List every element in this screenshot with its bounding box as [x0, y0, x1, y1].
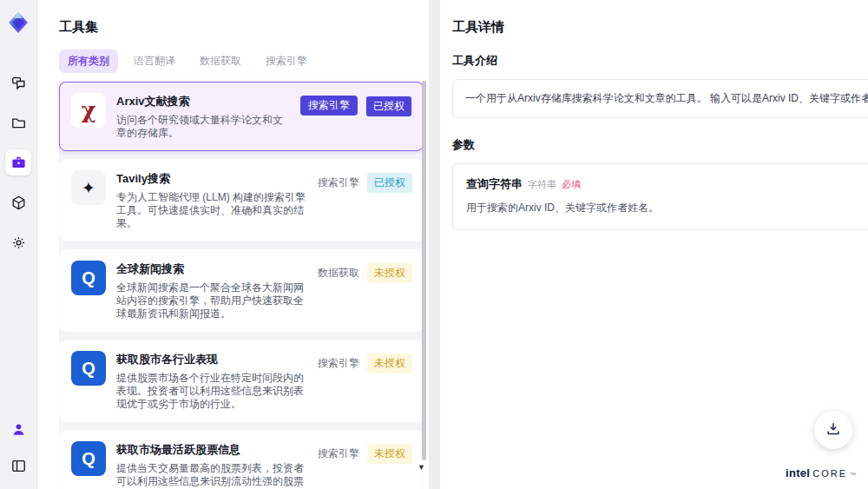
tool-intro-text: 一个用于从Arxiv存储库搜索科学论文和文章的工具。 输入可以是Arxiv ID…: [452, 79, 868, 118]
tool-category-badge: 搜索引擎: [318, 354, 359, 373]
brand-core-text: core: [812, 468, 847, 479]
brand-intel-text: intel: [786, 466, 810, 479]
tavily-star-icon: ✦: [71, 170, 106, 205]
parameter-type: 字符串: [528, 178, 556, 191]
tool-card[interactable]: Q 获取市场最活跃股票信息 提供当天交易量最高的股票列表，投资者可以利用这些信息…: [59, 430, 424, 489]
required-badge: 必填: [562, 178, 581, 191]
tool-name: 获取市场最活跃股票信息: [116, 442, 307, 458]
scroll-down-icon[interactable]: ▼: [418, 463, 425, 472]
tool-card[interactable]: ✦ Tavily搜索 专为人工智能代理 (LLM) 构建的搜索引擎工具。可快速提…: [59, 159, 424, 241]
tool-tags: 搜索引擎 未授权: [318, 441, 412, 489]
tool-description: 提供股票市场各个行业在特定时间段内的表现。投资者可以利用这些信息来识别表现优于或…: [116, 372, 307, 411]
page-title: 工具集: [59, 19, 429, 36]
tool-description: 提供当天交易量最高的股票列表，投资者可以利用这些信息来识别流动性强的股票和潜在的…: [116, 462, 307, 489]
tool-category-badge: 搜索引擎: [318, 444, 359, 464]
category-tab-0[interactable]: 所有类别: [59, 50, 118, 73]
tool-name: Arxiv文献搜索: [116, 94, 290, 109]
tool-tags: 搜索引擎 未授权: [318, 351, 412, 411]
tool-status-badge: 未授权: [367, 444, 412, 464]
tool-status-badge: 已授权: [365, 96, 412, 117]
tool-name: 获取股市各行业表现: [116, 352, 307, 367]
tool-info: 获取股市各行业表现 提供股票市场各个行业在特定时间段内的表现。投资者可以利用这些…: [116, 351, 307, 411]
parameter-description: 用于搜索的Arxiv ID、关键字或作者姓名。: [466, 201, 868, 215]
tool-info: Arxiv文献搜索 访问各个研究领域大量科学论文和文章的存储库。: [116, 93, 290, 140]
tool-description: 专为人工智能代理 (LLM) 构建的搜索引擎工具。可快速提供实时、准确和真实的结…: [116, 191, 307, 230]
tool-category-badge: 数据获取: [318, 263, 359, 283]
gear-icon[interactable]: [5, 229, 31, 255]
tool-tags: 搜索引擎 已授权: [318, 170, 412, 230]
app-logo-icon[interactable]: [6, 10, 30, 35]
tool-category-badge: 搜索引擎: [318, 173, 359, 193]
tool-info: 获取市场最活跃股票信息 提供当天交易量最高的股票列表，投资者可以利用这些信息来识…: [116, 441, 307, 489]
tool-tags: 数据获取 未授权: [318, 261, 412, 320]
tool-info: Tavily搜索 专为人工智能代理 (LLM) 构建的搜索引擎工具。可快速提供实…: [116, 170, 307, 230]
download-button[interactable]: [814, 411, 852, 449]
detail-title: 工具详情: [452, 19, 868, 36]
chat-icon[interactable]: [5, 69, 31, 96]
cube-icon[interactable]: [5, 189, 31, 215]
category-tab-3[interactable]: 搜索引擎: [257, 50, 316, 73]
tool-detail-panel: 工具详情 工具介绍 一个用于从Arxiv存储库搜索科学论文和文章的工具。 输入可…: [440, 0, 868, 489]
parameter-name: 查询字符串: [466, 176, 523, 192]
params-heading: 参数: [452, 137, 868, 153]
tool-card[interactable]: Q 获取股市各行业表现 提供股票市场各个行业在特定时间段内的表现。投资者可以利用…: [59, 340, 424, 422]
user-icon[interactable]: [5, 416, 31, 442]
sidebar: [0, 0, 37, 489]
sidebar-bottom: [5, 416, 31, 479]
panel-divider: [429, 0, 440, 489]
category-tabs: 所有类别语言翻译数据获取搜索引擎: [59, 50, 429, 73]
tool-description: 访问各个研究领域大量科学论文和文章的存储库。: [116, 114, 290, 140]
brand-tm-mark: ™: [850, 472, 856, 478]
parameter-header: 查询字符串 字符串 必填: [466, 176, 868, 192]
tool-description: 全球新闻搜索是一个聚合全球各大新闻网站内容的搜索引擎，帮助用户快速获取全球最新资…: [116, 281, 307, 320]
scrollbar-thumb[interactable]: [422, 81, 426, 460]
search-q-icon: Q: [71, 261, 106, 295]
tool-name: Tavily搜索: [116, 171, 307, 187]
arxiv-logo-icon: χ: [71, 93, 106, 128]
tool-list-panel: 工具集 所有类别语言翻译数据获取搜索引擎 χ Arxiv文献搜索 访问各个研究领…: [37, 0, 429, 489]
tool-category-badge: 搜索引擎: [300, 96, 358, 116]
search-q-icon: Q: [71, 351, 106, 386]
tool-status-badge: 未授权: [367, 263, 412, 283]
tool-list: χ Arxiv文献搜索 访问各个研究领域大量科学论文和文章的存储库。 搜索引擎 …: [59, 82, 424, 489]
category-tab-2[interactable]: 数据获取: [191, 50, 250, 73]
tool-status-badge: 未授权: [367, 354, 412, 373]
parameter-card: 查询字符串 字符串 必填 用于搜索的Arxiv ID、关键字或作者姓名。: [452, 163, 868, 230]
search-q-icon: Q: [71, 441, 106, 476]
download-icon: [825, 420, 842, 440]
panel-toggle-icon[interactable]: [5, 453, 31, 479]
tool-card[interactable]: χ Arxiv文献搜索 访问各个研究领域大量科学论文和文章的存储库。 搜索引擎 …: [59, 82, 424, 151]
tool-card[interactable]: Q 全球新闻搜索 全球新闻搜索是一个聚合全球各大新闻网站内容的搜索引擎，帮助用户…: [59, 249, 424, 332]
tool-info: 全球新闻搜索 全球新闻搜索是一个聚合全球各大新闻网站内容的搜索引擎，帮助用户快速…: [116, 261, 307, 320]
folder-icon[interactable]: [5, 109, 31, 135]
tool-status-badge: 已授权: [367, 173, 412, 193]
briefcase-icon[interactable]: [5, 149, 31, 175]
intro-heading: 工具介绍: [452, 53, 868, 69]
tool-name: 全球新闻搜索: [116, 261, 307, 277]
intel-core-logo: intel core ™: [786, 466, 856, 479]
tool-tags: 搜索引擎 已授权: [300, 93, 412, 140]
category-tab-1[interactable]: 语言翻译: [125, 50, 184, 73]
